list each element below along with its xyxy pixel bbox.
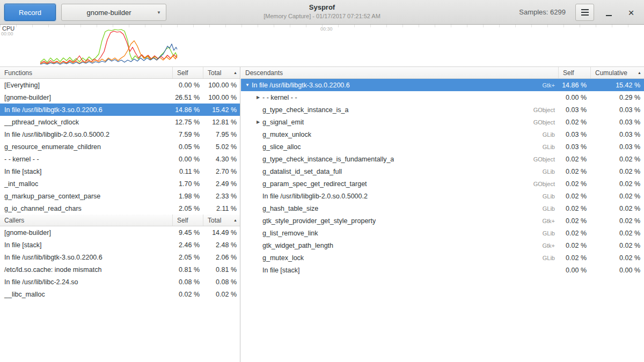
- functions-table-body: [Everything] 0.00 % 100.00 % [gnome-buil…: [0, 79, 240, 215]
- total-percent: 15.42 %: [203, 106, 240, 114]
- column-header-self[interactable]: Self: [172, 67, 203, 78]
- total-percent: 14.49 %: [203, 229, 240, 237]
- column-header-descendants[interactable]: Descendants: [241, 67, 558, 78]
- self-percent: 0.02 %: [558, 156, 590, 163]
- timeline-mid-label: 00:30: [320, 26, 333, 32]
- table-row[interactable]: In file /usr/lib/libglib-2.0.so.0.5000.2…: [241, 190, 644, 202]
- table-row[interactable]: __libc_malloc 0.02 % 0.02 %: [0, 288, 240, 300]
- cumulative-percent: 0.02 %: [590, 230, 644, 237]
- total-percent: 7.95 %: [203, 131, 240, 138]
- descendants-table-header: Descendants Self Cumulative ▲: [241, 67, 644, 79]
- callers-table-body: [gnome-builder] 9.45 % 14.49 % In file […: [0, 226, 240, 300]
- close-icon: ×: [628, 8, 634, 18]
- table-row[interactable]: g_param_spec_get_redirect_target GObject…: [241, 178, 644, 190]
- cumulative-percent: 0.03 %: [590, 106, 644, 114]
- capture-subtitle: [Memory Capture] - 01/17/2017 07:21:52 A…: [188, 13, 456, 19]
- function-name: [gnome-builder]: [0, 229, 172, 237]
- table-row[interactable]: g_mutex_lock GLib 0.02 % 0.02 %: [241, 252, 644, 264]
- table-row[interactable]: In file [stack] 2.46 % 2.48 %: [0, 239, 240, 251]
- function-name: In file /usr/lib/libgtk-3.so.0.2200.6: [252, 82, 350, 89]
- function-name: g_mutex_lock: [262, 254, 304, 262]
- table-row[interactable]: In file /usr/lib/libc-2.24.so 0.08 % 0.0…: [0, 276, 240, 288]
- total-percent: 100.00 %: [203, 82, 240, 89]
- table-row[interactable]: __pthread_rwlock_rdlock 12.75 % 12.81 %: [0, 116, 240, 128]
- table-row[interactable]: ▶ g_signal_emit GObject 0.02 % 0.03 %: [241, 116, 644, 128]
- column-header-self[interactable]: Self: [558, 67, 590, 78]
- table-row[interactable]: [Everything] 0.00 % 100.00 %: [0, 79, 240, 91]
- column-header-total-label: Total: [208, 69, 221, 77]
- library-category-label: GObject: [367, 181, 558, 187]
- table-row[interactable]: In file /usr/lib/libgtk-3.so.0.2200.6 14…: [0, 104, 240, 116]
- cumulative-percent: 0.02 %: [590, 180, 644, 188]
- expander-icon[interactable]: ▼: [243, 83, 252, 87]
- table-row[interactable]: ▶ - - kernel - - 0.00 % 0.29 %: [241, 91, 644, 104]
- cpu-graph-area[interactable]: CPU 00:00 00:30: [0, 25, 644, 67]
- function-name: g_resource_enumerate_children: [0, 143, 172, 151]
- function-name: In file /usr/lib/libglib-2.0.so.0.5000.2: [0, 131, 172, 138]
- self-percent: 0.03 %: [558, 143, 590, 151]
- table-row[interactable]: g_hash_table_size GLib 0.02 % 0.02 %: [241, 202, 644, 215]
- table-row[interactable]: [gnome-builder] 9.45 % 14.49 %: [0, 226, 240, 239]
- table-row[interactable]: g_mutex_unlock GLib 0.03 % 0.03 %: [241, 128, 644, 141]
- table-row[interactable]: ▼ In file /usr/lib/libgtk-3.so.0.2200.6 …: [241, 79, 644, 91]
- table-row[interactable]: /etc/ld.so.cache: inode mismatch 0.81 % …: [0, 263, 240, 276]
- column-header-total[interactable]: Total ▲: [203, 215, 240, 226]
- table-row[interactable]: g_datalist_id_set_data_full GLib 0.02 % …: [241, 165, 644, 178]
- process-selector-dropdown[interactable]: gnome-builder ▼: [61, 4, 166, 21]
- library-category-label: GLib: [318, 205, 558, 212]
- library-category-label: GLib: [301, 144, 558, 150]
- app-title: Sysprof: [188, 3, 456, 11]
- process-selector-label: gnome-builder: [86, 9, 131, 17]
- column-header-functions[interactable]: Functions: [0, 67, 172, 78]
- table-row[interactable]: g_slice_alloc GLib 0.03 % 0.03 %: [241, 141, 644, 153]
- cumulative-percent: 0.03 %: [590, 143, 644, 151]
- table-row[interactable]: - - kernel - - 0.00 % 4.30 %: [0, 153, 240, 165]
- cumulative-percent: 15.42 %: [590, 82, 644, 89]
- table-row[interactable]: In file /usr/lib/libgtk-3.so.0.2200.6 2.…: [0, 251, 240, 263]
- menu-button[interactable]: [575, 4, 594, 21]
- expander-icon[interactable]: ▶: [254, 95, 262, 100]
- column-header-total[interactable]: Total ▲: [203, 67, 240, 78]
- table-row[interactable]: g_type_check_instance_is_a GObject 0.03 …: [241, 104, 644, 116]
- function-name: g_param_spec_get_redirect_target: [262, 180, 367, 188]
- table-row[interactable]: g_type_check_instance_is_fundamentally_a…: [241, 153, 644, 165]
- column-header-self[interactable]: Self: [172, 215, 203, 226]
- column-header-callers[interactable]: Callers: [0, 215, 172, 226]
- table-row[interactable]: In file [stack] 0.11 % 2.70 %: [0, 165, 240, 178]
- function-name: - - kernel - -: [0, 156, 172, 163]
- table-row[interactable]: In file /usr/lib/libglib-2.0.so.0.5000.2…: [0, 128, 240, 141]
- self-percent: 0.05 %: [172, 143, 203, 151]
- total-percent: 5.02 %: [203, 143, 240, 151]
- table-row[interactable]: g_resource_enumerate_children 0.05 % 5.0…: [0, 141, 240, 153]
- table-row[interactable]: g_io_channel_read_chars 2.05 % 2.11 %: [0, 202, 240, 215]
- table-row[interactable]: gtk_style_provider_get_style_property Gt…: [241, 215, 644, 227]
- library-category-label: GObject: [304, 119, 558, 125]
- expander-icon[interactable]: ▶: [254, 120, 262, 124]
- minimize-button[interactable]: [600, 4, 617, 21]
- table-row[interactable]: [gnome-builder] 26.51 % 100.00 %: [0, 91, 240, 104]
- column-header-cumulative[interactable]: Cumulative ▲: [590, 67, 644, 78]
- function-name: - - kernel - -: [262, 94, 297, 101]
- table-row[interactable]: In file [stack] 0.00 % 0.00 %: [241, 264, 644, 276]
- samples-count-label: Samples: 6299: [519, 8, 566, 16]
- table-row[interactable]: gtk_widget_path_length Gtk+ 0.02 % 0.02 …: [241, 239, 644, 252]
- cumulative-percent: 0.02 %: [590, 193, 644, 200]
- library-category-label: Gtk+: [376, 218, 558, 224]
- table-row[interactable]: g_list_remove_link GLib 0.02 % 0.02 %: [241, 227, 644, 239]
- self-percent: 0.02 %: [558, 193, 590, 200]
- table-row[interactable]: _int_malloc 1.70 % 2.49 %: [0, 178, 240, 190]
- descendants-table-body: ▼ In file /usr/lib/libgtk-3.so.0.2200.6 …: [241, 79, 644, 276]
- total-percent: 2.70 %: [203, 168, 240, 175]
- total-percent: 0.02 %: [203, 291, 240, 298]
- table-row[interactable]: g_markup_parse_context_parse 1.98 % 2.33…: [0, 190, 240, 202]
- self-percent: 0.00 %: [172, 156, 203, 163]
- self-percent: 0.03 %: [558, 131, 590, 138]
- cumulative-percent: 0.02 %: [590, 217, 644, 225]
- function-name: _int_malloc: [0, 180, 172, 188]
- function-name: In file [stack]: [0, 168, 172, 175]
- record-button[interactable]: Record: [4, 4, 56, 21]
- function-name: In file [stack]: [0, 241, 172, 249]
- close-button[interactable]: ×: [623, 4, 640, 21]
- total-percent: 2.11 %: [203, 205, 240, 212]
- total-percent: 100.00 %: [203, 94, 240, 101]
